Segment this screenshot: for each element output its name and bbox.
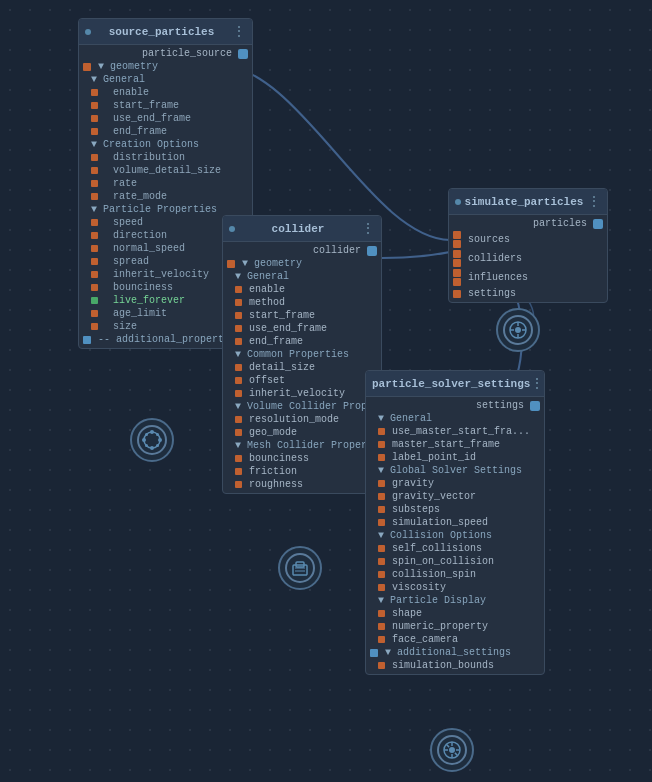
row-label: ▼ Creation Options [83,139,199,150]
svg-line-26 [455,753,458,756]
port-left[interactable] [453,269,461,277]
table-row: volume_detail_size [83,164,248,177]
row-label: bounciness [101,282,173,293]
port-left[interactable] [370,649,378,657]
port-right[interactable] [367,246,377,256]
row-label: size [101,321,137,332]
row-label: speed [101,217,143,228]
table-row: end_frame [227,335,377,348]
table-row: rate [83,177,248,190]
table-row: collision_spin [370,568,540,581]
port-indicator [91,167,98,174]
port-indicator [235,338,242,345]
collider-header: collider ⋮ [223,216,381,242]
particle-icon [141,429,163,451]
row-label: detail_size [245,362,315,373]
port-left[interactable] [227,260,235,268]
row-label: ▼ General [83,74,145,85]
row-label: use_end_frame [101,113,191,124]
port-indicator [235,455,242,462]
table-row: gravity [370,477,540,490]
row-label: ▼ Particle Properties [83,204,217,215]
port-left[interactable] [453,250,461,258]
row-label: spin_on_collision [388,556,494,567]
port-indicator [91,102,98,109]
port-indicator [378,454,385,461]
table-row: settings [370,399,540,412]
port-indicator [235,390,242,397]
node-menu-icon[interactable]: ⋮ [232,23,246,40]
particle-solver-body: settings ▼ General use_master_start_fra.… [366,397,544,674]
port-indicator [91,232,98,239]
row-label: settings [370,400,530,411]
particle-solver-header: particle_solver_settings ⋮ [366,371,544,397]
row-label: bounciness [245,453,309,464]
port-left[interactable] [453,259,461,267]
row-label: volume_detail_size [101,165,221,176]
port-left[interactable] [83,336,91,344]
row-label: end_frame [101,126,167,137]
node-menu-icon[interactable]: ⋮ [530,375,544,392]
table-row: use_end_frame [83,112,248,125]
table-row: geo_mode [227,426,377,439]
svg-point-14 [515,327,521,333]
table-row: particle_source [83,47,248,60]
row-label: use_master_start_fra... [388,426,530,437]
port-indicator [378,662,385,669]
table-row: rate_mode [83,190,248,203]
table-row: numeric_property [370,620,540,633]
table-row: roughness [227,478,377,491]
simulate-icon-svg [507,319,529,341]
table-row: simulation_speed [370,516,540,529]
row-label: method [245,297,285,308]
svg-point-1 [150,430,154,434]
row-label: inherit_velocity [101,269,209,280]
port-indicator [378,480,385,487]
row-label: settings [464,288,516,299]
row-label: enable [101,87,149,98]
table-row: shape [370,607,540,620]
port-left[interactable] [83,63,91,71]
node-menu-icon[interactable]: ⋮ [587,193,601,210]
table-row: particles [453,217,603,230]
row-label: rate [101,178,137,189]
table-row: ▼ Collision Options [370,529,540,542]
port-left[interactable] [453,278,461,286]
collider-title: collider [272,223,325,235]
row-label: ▼ Collision Options [370,530,492,541]
svg-point-6 [156,444,159,447]
row-label: geo_mode [245,427,297,438]
table-row: gravity_vector [370,490,540,503]
port-indicator [91,297,98,304]
node-dot [229,226,235,232]
collider-node: collider ⋮ collider ▼ geometry ▼ General… [222,215,382,494]
port-left[interactable] [453,290,461,298]
table-row: method [227,296,377,309]
port-indicator [378,623,385,630]
port-indicator [91,219,98,226]
row-label: start_frame [245,310,315,321]
port-left[interactable] [453,231,461,239]
row-label: ▼ General [227,271,289,282]
port-left[interactable] [453,240,461,248]
table-row: collider [227,244,377,257]
table-row: ▼ Common Properties [227,348,377,361]
row-label: rate_mode [101,191,167,202]
collider-icon-svg [289,557,311,579]
port-right[interactable] [530,401,540,411]
table-row: ▼ Volume Collider Prop... [227,400,377,413]
row-label: roughness [245,479,303,490]
table-row: ▼ geometry [83,60,248,73]
node-menu-icon[interactable]: ⋮ [361,220,375,237]
row-label: simulation_bounds [388,660,494,671]
port-right[interactable] [593,219,603,229]
table-row: self_collisions [370,542,540,555]
port-right[interactable] [238,49,248,59]
port-indicator [91,115,98,122]
port-indicator [91,89,98,96]
svg-line-25 [447,745,450,748]
row-label: normal_speed [101,243,185,254]
row-label: -- additional_properties [94,334,242,345]
port-indicator [91,284,98,291]
row-label: spread [101,256,149,267]
